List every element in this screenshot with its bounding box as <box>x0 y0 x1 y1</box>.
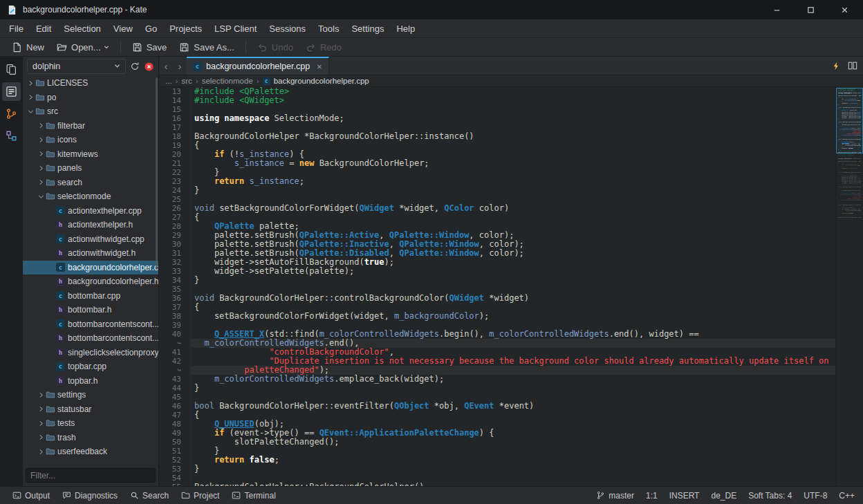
tree-item-search[interactable]: search <box>23 176 158 190</box>
tree-item-po[interactable]: po <box>23 91 158 105</box>
code-text[interactable]: } <box>191 384 835 393</box>
tree-item-selectionmode[interactable]: selectionmode <box>23 189 158 204</box>
code-text[interactable]: return s_instance; <box>191 177 835 186</box>
code-text[interactable]: widget->setPalette(palette); <box>191 267 835 276</box>
tree-item-licenses[interactable]: LICENSES <box>23 76 158 91</box>
tab-close-icon[interactable]: × <box>317 62 322 72</box>
expander-icon[interactable] <box>26 80 35 86</box>
nav-back-icon[interactable]: ‹ <box>159 57 173 75</box>
tab-backgroundcolorhelper-cpp[interactable]: c backgroundcolorhelper.cpp × <box>187 57 329 75</box>
menu-selection[interactable]: Selection <box>57 21 106 37</box>
expander-icon[interactable] <box>37 137 46 143</box>
code-text[interactable]: void BackgroundColorHelper::controlBackg… <box>191 294 835 303</box>
tree-item-bottombarcontentscont[interactable]: hbottombarcontentscont... <box>23 331 158 346</box>
menu-help[interactable]: Help <box>390 21 421 37</box>
menu-file[interactable]: File <box>3 21 30 37</box>
code-text[interactable]: BackgroundColorHelper *BackgroundColorHe… <box>191 132 835 141</box>
code-text[interactable]: #include <QPalette> <box>191 87 835 96</box>
split-view-icon[interactable] <box>848 61 857 71</box>
tree-item-bottombarcontentscont[interactable]: cbottombarcontentscont... <box>23 317 158 332</box>
code-text[interactable]: using namespace SelectionMode; <box>191 114 835 123</box>
tree-item-src[interactable]: src <box>23 104 158 119</box>
tree-item-tests[interactable]: tests <box>23 416 158 431</box>
minimap-viewport[interactable] <box>836 88 863 153</box>
code-text[interactable]: { <box>191 411 835 420</box>
breadcrumb-backgroundcolorhelper-cpp[interactable]: cbackgroundcolorhelper.cpp <box>263 77 369 85</box>
code-text[interactable]: } <box>191 186 835 195</box>
menu-lsp-client[interactable]: LSP Client <box>208 21 263 37</box>
tree-item-actiontexthelper-cpp[interactable]: cactiontexthelper.cpp <box>23 204 158 218</box>
tree-item-trash[interactable]: trash <box>23 431 158 445</box>
code-text[interactable]: slotPaletteChanged(); <box>191 438 835 447</box>
highlight-mode-status[interactable]: C++ <box>839 491 855 501</box>
breadcrumb-[interactable]: ... <box>165 77 172 85</box>
save-as-button[interactable]: Save As... <box>173 40 241 55</box>
tree-item-singleclickselectionproxy[interactable]: hsingleclickselectionproxy... <box>23 346 158 360</box>
input-mode-status[interactable]: INSERT <box>669 491 700 501</box>
search-button[interactable]: Search <box>124 489 174 503</box>
sidebar-tool-git[interactable] <box>2 104 21 123</box>
maximize-button[interactable] <box>806 6 815 15</box>
diagnostics-button[interactable]: Diagnostics <box>57 489 123 503</box>
quick-open-icon[interactable] <box>832 62 841 71</box>
expander-icon[interactable] <box>37 165 46 171</box>
minimap[interactable]: #include <QPalette>#include <QWidget>usi… <box>835 87 863 486</box>
encoding-status[interactable]: UTF-8 <box>804 491 827 501</box>
minimize-button[interactable] <box>772 6 781 15</box>
tree-item-bottombar-h[interactable]: hbottombar.h <box>23 303 158 317</box>
code-text[interactable]: } <box>191 276 835 285</box>
tree-item-topbar-cpp[interactable]: ctopbar.cpp <box>23 360 158 374</box>
tree-item-topbar-h[interactable]: htopbar.h <box>23 374 158 389</box>
git-branch-status[interactable]: master <box>596 491 634 501</box>
menu-view[interactable]: View <box>107 21 139 37</box>
menu-settings[interactable]: Settings <box>345 21 390 37</box>
new-button[interactable]: New <box>6 40 50 55</box>
breadcrumb-selectionmode[interactable]: selectionmode <box>202 77 253 85</box>
expander-icon[interactable] <box>37 392 46 398</box>
tab-mode-status[interactable]: Soft Tabs: 4 <box>748 491 792 501</box>
tree-scrollbar[interactable] <box>156 77 158 270</box>
tree-item-userfeedback[interactable]: userfeedback <box>23 445 158 459</box>
project-selector[interactable]: dolphin <box>27 59 126 74</box>
code-text[interactable]: #include <QWidget> <box>191 96 835 105</box>
filter-input[interactable] <box>26 468 156 483</box>
dictionary-status[interactable]: de_DE <box>711 491 736 501</box>
tree-item-filterbar[interactable]: filterbar <box>23 119 158 133</box>
code-text[interactable]: setBackgroundColorForWidget(widget, m_ba… <box>191 312 835 321</box>
close-project-button[interactable] <box>144 62 154 72</box>
menu-sessions[interactable]: Sessions <box>263 21 312 37</box>
sidebar-tool-symbols[interactable] <box>2 127 21 145</box>
tree-item-statusbar[interactable]: statusbar <box>23 402 158 417</box>
expander-icon[interactable] <box>37 194 46 200</box>
tree-item-bottombar-cpp[interactable]: cbottombar.cpp <box>23 289 158 304</box>
terminal-button[interactable]: Terminal <box>226 489 281 503</box>
expander-icon[interactable] <box>37 406 46 412</box>
nav-forward-icon[interactable]: › <box>173 57 187 75</box>
tree-item-settings[interactable]: settings <box>23 388 158 402</box>
menu-tools[interactable]: Tools <box>312 21 345 37</box>
output-button[interactable]: Output <box>7 489 55 503</box>
code-text[interactable]: bool BackgroundColorHelper::eventFilter(… <box>191 402 835 411</box>
expander-icon[interactable] <box>37 179 46 185</box>
code-text[interactable]: } <box>191 465 835 474</box>
tree-item-backgroundcolorhelper-h[interactable]: hbackgroundcolorhelper.h <box>23 274 158 289</box>
tree-item-actiontexthelper-h[interactable]: hactiontexthelper.h <box>23 218 158 232</box>
expander-icon[interactable] <box>37 420 46 427</box>
project-button[interactable]: Project <box>176 489 225 503</box>
code-text[interactable]: m_colorControlledWidgets.emplace_back(wi… <box>191 375 835 384</box>
tree-item-panels[interactable]: panels <box>23 161 158 176</box>
sidebar-tool-projects[interactable] <box>2 82 21 101</box>
close-button[interactable] <box>840 6 849 15</box>
code-text[interactable]: } <box>191 447 835 456</box>
menu-go[interactable]: Go <box>139 21 163 37</box>
refresh-button[interactable] <box>130 62 140 71</box>
breadcrumb-src[interactable]: src <box>181 77 192 85</box>
menu-projects[interactable]: Projects <box>163 21 208 37</box>
code-text[interactable]: return false; <box>191 456 835 465</box>
expander-icon[interactable] <box>37 151 46 157</box>
expander-icon[interactable] <box>37 122 46 129</box>
expander-icon[interactable] <box>37 449 46 455</box>
code-text[interactable]: void setBackgroundColorForWidget(QWidget… <box>191 204 835 213</box>
expander-icon[interactable] <box>26 109 35 115</box>
save-button[interactable]: Save <box>126 40 174 55</box>
